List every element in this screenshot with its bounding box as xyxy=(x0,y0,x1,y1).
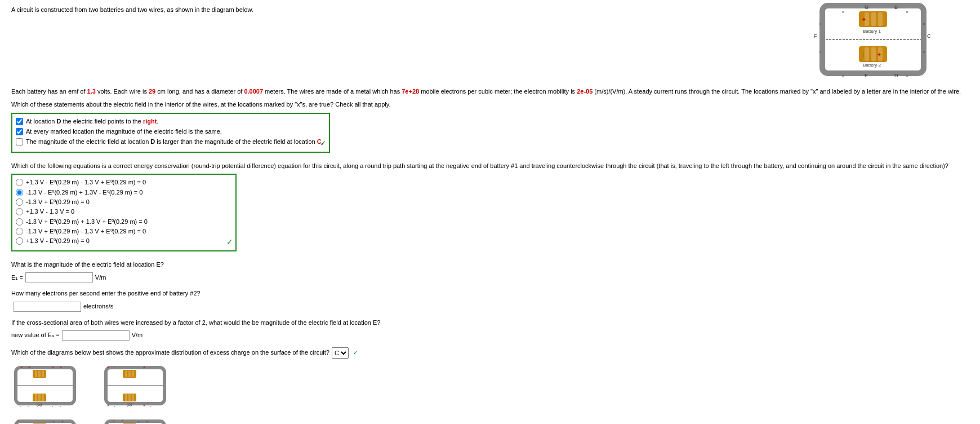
q4-unit: electrons/s xyxy=(83,302,113,311)
q1-checkbox-3[interactable] xyxy=(16,138,23,145)
q2-radio-7[interactable] xyxy=(16,237,23,245)
diagram-row-1: + + + + - - - - (a) xyxy=(11,363,969,411)
svg-text:G: G xyxy=(865,5,868,10)
q2-option-6[interactable]: -1.3 V + E⁰(0.29 m) - 1.3 V + E⁰(0.29 m)… xyxy=(16,227,230,236)
q2-radio-2[interactable] xyxy=(16,189,23,196)
svg-text:+: + xyxy=(60,365,62,369)
svg-rect-36 xyxy=(42,394,44,401)
svg-rect-30 xyxy=(35,370,37,377)
question4-text: How many electrons per second enter the … xyxy=(11,289,969,298)
question3-section: What is the magnitude of the electric fi… xyxy=(11,260,969,282)
q1-option-3[interactable]: The magnitude of the electric field at l… xyxy=(16,138,323,146)
svg-text:(b): (b) xyxy=(127,402,132,407)
svg-text:×: × xyxy=(841,10,844,15)
q5-var-label: new value of E₁ = xyxy=(11,331,60,339)
q2-option-5[interactable]: -1.3 V + E⁰(0.29 m) + 1.3 V + E⁰(0.29 m)… xyxy=(16,218,230,226)
question3-text: What is the magnitude of the electric fi… xyxy=(11,260,969,269)
q1-checkbox-2[interactable] xyxy=(16,128,23,135)
q5-input[interactable] xyxy=(62,330,130,341)
q2-radio-4[interactable] xyxy=(16,208,23,215)
question1-text: Which of these statements about the elec… xyxy=(11,100,969,109)
svg-rect-32 xyxy=(42,370,44,377)
svg-text:+: + xyxy=(107,404,109,408)
battery2-label: Battery 2 xyxy=(863,63,881,68)
q2-option-1[interactable]: +1.3 V - E⁰(0.29 m) - 1.3 V + E⁰(0.29 m)… xyxy=(16,178,230,187)
svg-text:|: | xyxy=(862,51,864,58)
svg-rect-4 xyxy=(871,12,876,26)
q1-checkbox-1[interactable] xyxy=(16,118,23,125)
svg-text:E: E xyxy=(865,73,868,78)
length-value: 29 xyxy=(149,88,155,95)
circuit-diagram: + Battery 1 | + Battery 2 G B F C E D × … xyxy=(811,0,935,82)
svg-rect-51 xyxy=(132,370,134,377)
q2-option-4[interactable]: +1.3 V - 1.3 V = 0 xyxy=(16,207,230,216)
svg-text:(a): (a) xyxy=(37,402,42,407)
svg-rect-55 xyxy=(132,394,134,401)
q3-unit: V/m xyxy=(95,273,106,282)
q2-radio-3[interactable] xyxy=(16,198,23,206)
svg-text:×: × xyxy=(923,21,925,26)
q2-checkmark: ✓ xyxy=(226,237,233,248)
svg-rect-49 xyxy=(125,370,127,377)
diagram-c: + - - - + - + + (c) xyxy=(11,417,79,424)
q3-input[interactable] xyxy=(25,272,93,282)
q2-radio-6[interactable] xyxy=(16,228,23,235)
q1-option-2[interactable]: At every marked location the magnitude o… xyxy=(16,127,323,136)
svg-text:+: + xyxy=(877,51,881,58)
question1-options: At location D the electric field points … xyxy=(11,113,330,153)
svg-text:×: × xyxy=(906,73,908,78)
svg-text:+: + xyxy=(28,365,30,369)
svg-text:+: + xyxy=(143,404,145,408)
q2-option-3[interactable]: -1.3 V + E⁰(0.29 m) = 0 xyxy=(16,198,230,206)
svg-rect-53 xyxy=(125,394,127,401)
svg-text:+: + xyxy=(107,365,109,369)
question2-text: Which of the following equations is a co… xyxy=(11,162,969,170)
svg-text:+: + xyxy=(143,365,145,369)
q1-option-1[interactable]: At location D the electric field points … xyxy=(16,117,323,126)
question2-options: +1.3 V - E⁰(0.29 m) - 1.3 V + E⁰(0.29 m)… xyxy=(11,174,237,251)
q1-checkmark: ✓ xyxy=(320,138,327,149)
svg-rect-34 xyxy=(35,394,37,401)
q6-select[interactable]: A B C D xyxy=(332,347,349,359)
q2-radio-5[interactable] xyxy=(16,218,23,226)
q2-option-7[interactable]: +1.3 V - E⁰(0.29 m) = 0 xyxy=(16,237,230,245)
svg-rect-9 xyxy=(871,47,876,61)
q2-radio-1[interactable] xyxy=(16,179,23,186)
q3-var-label: E₁ = xyxy=(11,273,23,282)
svg-text:×: × xyxy=(819,21,822,26)
diagram-row-2: + - - - + - + + (c) xyxy=(11,417,969,424)
question5-section: If the cross-sectional area of both wire… xyxy=(11,319,969,341)
mobility-value: 2e-05 xyxy=(577,88,593,95)
question6-section: Which of the diagrams below best shows t… xyxy=(11,347,969,424)
svg-text:C: C xyxy=(927,33,931,39)
svg-text:×: × xyxy=(841,73,844,78)
battery1-label: Battery 1 xyxy=(863,29,881,34)
svg-rect-50 xyxy=(128,370,131,377)
diagram-d: + + - - + + - - (d) xyxy=(101,417,169,424)
question3-input-row: E₁ = V/m xyxy=(11,272,969,282)
svg-rect-8 xyxy=(865,47,869,61)
svg-text:×: × xyxy=(923,50,925,55)
q2-option-2[interactable]: -1.3 V - E⁰(0.29 m) + 1.3V - E⁰(0.29 m) … xyxy=(16,188,230,197)
question6-input-row: Which of the diagrams below best shows t… xyxy=(11,347,969,359)
svg-text:+: + xyxy=(862,16,866,23)
svg-text:+: + xyxy=(121,419,123,423)
svg-rect-54 xyxy=(128,394,131,401)
q6-checkmark: ✓ xyxy=(353,348,358,357)
question4-section: How many electrons per second enter the … xyxy=(11,289,969,311)
svg-text:B: B xyxy=(894,5,898,10)
svg-text:×: × xyxy=(819,50,822,55)
diameter-value: 0.0007 xyxy=(244,88,263,95)
question1-section: Which of these statements about the elec… xyxy=(11,100,969,155)
q4-input[interactable] xyxy=(14,302,81,312)
question2-section: Which of the following equations is a co… xyxy=(11,162,969,254)
question5-text: If the cross-sectional area of both wire… xyxy=(11,319,969,327)
param-text: Each battery has an emf of 1.3 volts. Ea… xyxy=(11,87,969,96)
svg-text:+: + xyxy=(113,419,115,423)
svg-text:×: × xyxy=(906,10,908,15)
svg-rect-5 xyxy=(878,12,883,26)
svg-text:+: + xyxy=(52,365,54,369)
diagram-a: + + + + - - - - (a) xyxy=(11,363,79,411)
svg-text:+: + xyxy=(20,365,23,369)
svg-text:D: D xyxy=(894,73,898,78)
